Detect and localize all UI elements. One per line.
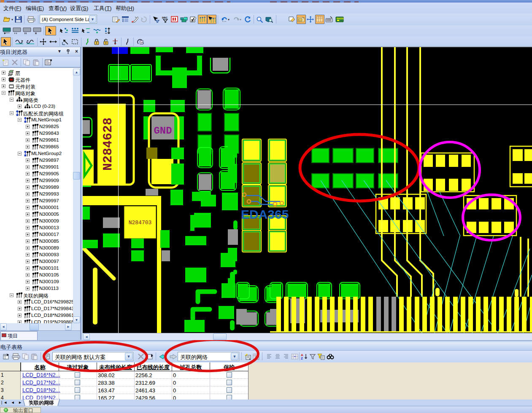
svg-text:PADS: PADS xyxy=(337,17,343,20)
svg-text:N284703: N284703 xyxy=(129,220,152,226)
svg-text:EDA365: EDA365 xyxy=(241,207,289,221)
svg-text:▾: ▾ xyxy=(228,18,230,21)
svg-text:DRC: DRC xyxy=(162,16,168,19)
svg-text:N284628: N284628 xyxy=(101,118,115,171)
svg-text:1²₃: 1²₃ xyxy=(141,41,144,44)
svg-text:Z: Z xyxy=(301,357,303,360)
svg-text:GND: GND xyxy=(154,125,172,137)
svg-text:▾: ▾ xyxy=(240,18,241,21)
